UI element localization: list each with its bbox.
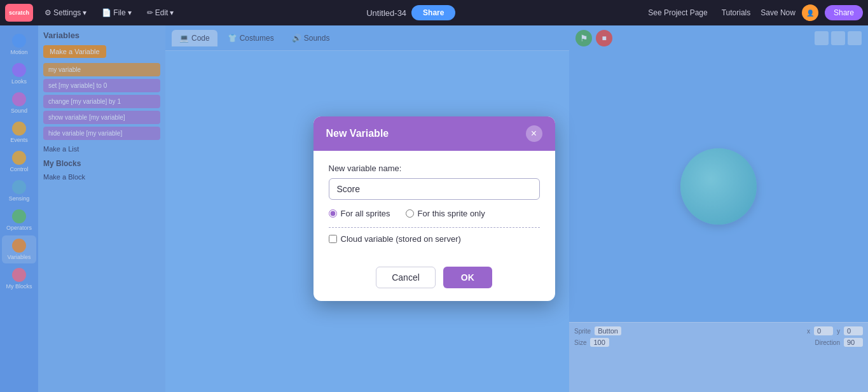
for-this-sprite-only-radio[interactable]: [406, 209, 414, 218]
cloud-variable-checkbox[interactable]: [329, 235, 337, 243]
variable-name-label: New variable name:: [329, 164, 540, 173]
see-project-page-link[interactable]: See Project Page: [644, 7, 711, 18]
share-button[interactable]: Share: [411, 5, 455, 20]
save-now-link[interactable]: Save Now: [761, 8, 796, 17]
navbar-center: Untitled-34 Share: [185, 5, 637, 20]
chevron-down-icon: ▾: [128, 8, 132, 17]
cancel-button[interactable]: Cancel: [376, 267, 436, 288]
for-all-sprites-radio[interactable]: [329, 209, 337, 218]
settings-nav[interactable]: ⚙ Settings ▾: [41, 7, 90, 18]
new-variable-dialog: New Variable × New variable name: For al…: [313, 116, 555, 301]
edit-nav[interactable]: ✏ Edit ▾: [143, 7, 178, 18]
project-name[interactable]: Untitled-34: [366, 8, 406, 18]
modal-overlay: New Variable × New variable name: For al…: [0, 25, 868, 392]
share-button-2[interactable]: Share: [825, 5, 863, 20]
dialog-footer: Cancel OK: [313, 267, 555, 301]
ok-button[interactable]: OK: [443, 267, 492, 288]
file-nav[interactable]: 📄 File ▾: [98, 7, 135, 18]
gear-icon: ⚙: [45, 8, 52, 17]
edit-icon: ✏: [147, 8, 153, 17]
cloud-variable-option[interactable]: Cloud variable (stored on server): [329, 234, 540, 244]
scope-radio-group: For all sprites For this sprite only: [329, 209, 540, 218]
file-icon: 📄: [102, 8, 111, 17]
navbar: scratch ⚙ Settings ▾ 📄 File ▾ ✏ Edit ▾ U…: [0, 0, 868, 25]
variable-name-input[interactable]: [329, 178, 540, 200]
for-this-sprite-only-option[interactable]: For this sprite only: [406, 209, 485, 218]
avatar[interactable]: 👤: [802, 4, 818, 21]
dialog-title: New Variable: [326, 128, 389, 139]
chevron-down-icon: ▾: [170, 8, 174, 17]
dialog-body: New variable name: For all sprites For t…: [313, 151, 555, 267]
app-logo[interactable]: scratch: [5, 4, 33, 22]
main-area: Motion Looks Sound Events Control Sensin…: [0, 25, 868, 392]
dialog-close-button[interactable]: ×: [526, 125, 542, 142]
for-all-sprites-option[interactable]: For all sprites: [329, 209, 390, 218]
chevron-down-icon: ▾: [83, 8, 86, 17]
tutorials-link[interactable]: Tutorials: [718, 7, 755, 18]
navbar-right: See Project Page Tutorials Save Now 👤 Sh…: [644, 4, 863, 21]
dialog-header: New Variable ×: [313, 116, 555, 151]
divider: [329, 227, 540, 228]
